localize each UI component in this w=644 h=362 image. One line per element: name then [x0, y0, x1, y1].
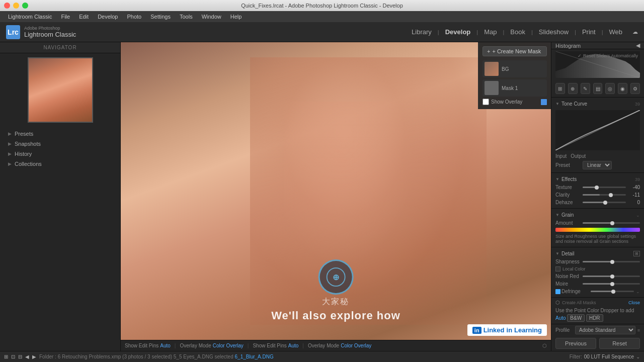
nav-develop[interactable]: Develop: [441, 26, 475, 38]
menu-tools[interactable]: Tools: [176, 13, 197, 21]
hdr-button[interactable]: HDR: [586, 314, 603, 322]
mask-icon: ⬡: [555, 300, 560, 305]
defringe-slider[interactable]: [591, 291, 634, 292]
heal-tool-btn[interactable]: ⊕: [568, 83, 578, 94]
mac-min-btn[interactable]: [13, 3, 19, 9]
folder-info-text: Folder : 6 Retouching Problems.xmp (3 ph…: [39, 354, 233, 359]
noise-handle[interactable]: [610, 275, 614, 279]
defringe-checkbox[interactable]: [555, 289, 560, 294]
sidebar-item-history[interactable]: ▶ History: [0, 149, 120, 159]
defringe-handle[interactable]: [611, 290, 615, 294]
auto-value2[interactable]: Auto: [288, 343, 299, 348]
local-color-checkbox[interactable]: [555, 266, 560, 272]
close-mask-btn[interactable]: Close: [628, 300, 640, 305]
mac-max-btn[interactable]: [22, 3, 28, 9]
clarity-handle[interactable]: [609, 193, 613, 197]
histogram-collapse-icon[interactable]: ◀: [636, 42, 640, 49]
moire-row: Moire: [551, 280, 644, 288]
menu-photo[interactable]: Photo: [123, 13, 145, 21]
reset-sliders-auto[interactable]: ✓ Reset Sliders Automatically: [578, 53, 638, 58]
left-panel-items: ▶ Presets ▶ Snapshots ▶ History ▶ Collec…: [0, 127, 120, 171]
nav-slideshow[interactable]: Slideshow: [535, 26, 573, 38]
lr-logo: Lrc Adobe Photoshop Lightroom Classic: [6, 25, 76, 39]
color-overlay1[interactable]: Color Overlay: [213, 343, 244, 348]
next-film-btn[interactable]: ▶: [32, 354, 36, 359]
radial-tool-btn[interactable]: ◎: [605, 83, 615, 94]
nav-library[interactable]: Library: [408, 26, 436, 38]
grain-section: ▼ Grain ⌄ Amount Size and Roughness use …: [551, 209, 644, 247]
menu-settings[interactable]: Settings: [146, 13, 175, 21]
menu-help[interactable]: Help: [226, 13, 246, 21]
show-overlay-toggle[interactable]: Show Overlay: [482, 99, 547, 105]
defringe-check-label: Defringe: [555, 289, 587, 294]
grain-amount-slider[interactable]: [583, 222, 640, 224]
moire-handle[interactable]: [610, 282, 614, 286]
lr-maker: Adobe Photoshop: [24, 26, 76, 31]
moire-slider[interactable]: [583, 283, 640, 285]
crop-tool-btn[interactable]: ⊞: [555, 83, 565, 94]
view-loupe-btn[interactable]: ⊡: [11, 354, 15, 359]
gear-tool-btn[interactable]: ⚙: [630, 83, 640, 94]
previous-button[interactable]: Previous: [555, 338, 596, 349]
create-mask-btn[interactable]: + + Create New Mask: [482, 46, 547, 56]
dehaze-handle[interactable]: [603, 201, 607, 205]
grain-amount-handle[interactable]: [610, 221, 614, 225]
strip-expand-icon[interactable]: ⬡: [542, 343, 547, 348]
menu-edit[interactable]: Edit: [75, 13, 93, 21]
bw-button[interactable]: B&W: [567, 314, 585, 322]
filter-dropdown-icon[interactable]: ⌄: [636, 354, 640, 359]
local-color-label: Local Color: [562, 266, 586, 272]
reset-button[interactable]: Reset: [599, 338, 640, 349]
sidebar-item-collections[interactable]: ▶ Collections: [0, 159, 120, 169]
tone-curve-header[interactable]: ▼ Tone Curve 39: [551, 100, 644, 108]
menu-window[interactable]: Window: [198, 13, 225, 21]
brush-tool-btn[interactable]: ✎: [581, 83, 590, 94]
moire-fill: [583, 283, 611, 285]
menu-develop[interactable]: Develop: [94, 13, 122, 21]
center-area: + + Create New Mask BG Mask 1 Show Overl…: [121, 42, 551, 351]
effects-header[interactable]: ▼ Effects 39: [551, 175, 644, 184]
profile-dropdown[interactable]: Adobe Standard: [575, 326, 635, 334]
create-all-masks-btn[interactable]: Create All Masks: [562, 300, 596, 305]
eye-tool-btn[interactable]: ◉: [618, 83, 627, 94]
cloud-icon[interactable]: ☁: [632, 29, 638, 35]
detail-lock-icon: ⊞: [633, 251, 640, 256]
plus-icon: +: [487, 48, 490, 54]
sharpness-slider[interactable]: [583, 261, 640, 262]
texture-slider[interactable]: [583, 187, 626, 188]
sidebar-item-presets[interactable]: ▶ Presets: [0, 129, 120, 139]
profile-expand-icon[interactable]: ≡: [637, 328, 640, 333]
detail-header[interactable]: ▼ Detail ⊞: [551, 249, 644, 258]
prev-film-btn[interactable]: ◀: [25, 354, 29, 359]
sharpness-handle[interactable]: [610, 260, 614, 264]
auto-text[interactable]: Auto: [555, 315, 566, 321]
overlay-color-swatch[interactable]: [541, 99, 547, 105]
mask-bg-label: BG: [502, 66, 509, 72]
mask-item-bg[interactable]: BG: [482, 60, 547, 77]
overlay-checkbox[interactable]: [482, 99, 489, 105]
moire-label: Moire: [555, 281, 581, 287]
color-overlay2[interactable]: Color Overlay: [341, 343, 371, 348]
overlay-mode-label: Overlay Mode: [180, 343, 211, 348]
view-compare-btn[interactable]: ⊟: [18, 354, 22, 359]
nav-book[interactable]: Book: [506, 26, 529, 38]
sidebar-item-snapshots[interactable]: ▶ Snapshots: [0, 139, 120, 149]
grain-header[interactable]: ▼ Grain ⌄: [551, 211, 644, 219]
preset-dropdown[interactable]: Linear: [583, 161, 612, 169]
noise-slider[interactable]: [583, 276, 640, 277]
mask-item-1[interactable]: Mask 1: [482, 79, 547, 97]
menu-file[interactable]: File: [57, 13, 74, 21]
grain-amount-row: Amount: [551, 219, 644, 227]
nav-map[interactable]: Map: [480, 26, 501, 38]
menu-lightroom[interactable]: Lightroom Classic: [4, 13, 56, 21]
auto-value1[interactable]: Auto: [160, 343, 171, 348]
defringe-chevron[interactable]: ⌄: [636, 289, 640, 294]
mac-close-btn[interactable]: [4, 3, 10, 9]
clarity-slider[interactable]: [583, 194, 626, 196]
nav-web[interactable]: Web: [605, 26, 627, 38]
view-grid-btn[interactable]: ⊞: [4, 354, 8, 359]
gradient-tool-btn[interactable]: ▤: [593, 83, 603, 94]
nav-print[interactable]: Print: [578, 26, 600, 38]
texture-handle[interactable]: [595, 186, 599, 190]
dehaze-slider[interactable]: [583, 202, 626, 203]
